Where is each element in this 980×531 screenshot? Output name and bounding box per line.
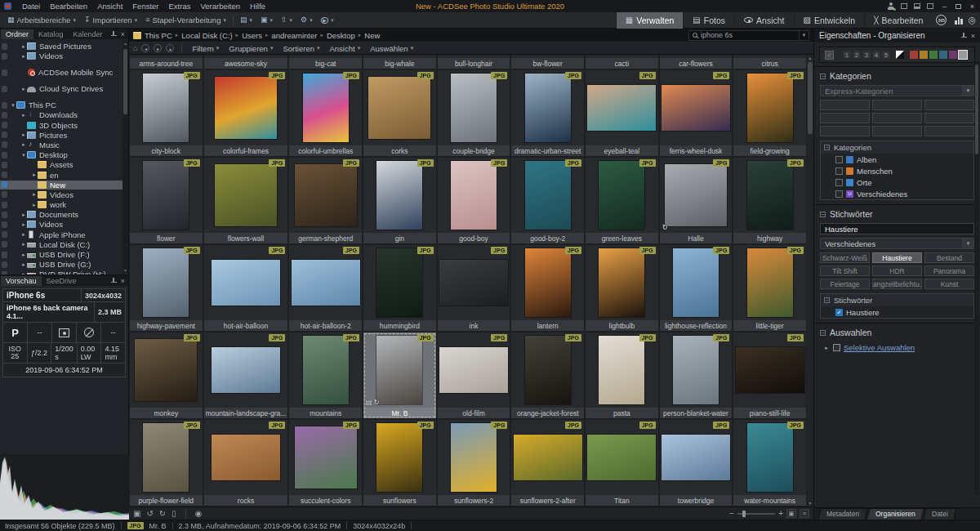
quick-access-marker[interactable] <box>2 181 7 188</box>
keyword-set-dropdown[interactable]: Verschiedenes ▼ <box>820 238 974 249</box>
sidebar-item-local-disk-c[interactable]: ▸Local Disk (C:) <box>0 240 128 249</box>
filter-sortieren[interactable]: Sortieren▾ <box>280 44 322 53</box>
photo-tile-orange-jacket-forest[interactable]: JPGorange-jacket-forest <box>511 332 584 418</box>
toolbar-importieren[interactable]: Importieren▾ <box>81 14 140 26</box>
photo-tile-dramatic-urban-street[interactable]: JPGdramatic-urban-street <box>511 70 584 156</box>
express-category-slot[interactable] <box>872 113 922 123</box>
expand-arrow-icon[interactable]: ▸ <box>20 53 27 60</box>
properties-scrollbar[interactable] <box>974 61 979 495</box>
photo-tile-mr-b[interactable]: JPG▤ ↻Mr. B <box>363 332 436 418</box>
sidebar-item-new[interactable]: New <box>0 181 128 190</box>
photo-tile-cut[interactable]: bull-longhair <box>438 55 510 69</box>
close-button[interactable]: × <box>968 2 977 11</box>
color-label-2[interactable] <box>920 51 928 59</box>
quick-access-marker[interactable] <box>2 202 7 208</box>
rating-4[interactable]: 4 <box>872 51 880 59</box>
account-icon[interactable] <box>887 2 894 10</box>
keyword-button-bestand[interactable]: Bestand <box>924 252 974 263</box>
quick-access-marker[interactable] <box>2 221 7 228</box>
photo-tile-good-boy[interactable]: JPGgood-boy <box>438 158 510 243</box>
zoom-in-icon[interactable]: + <box>778 509 783 519</box>
photo-tile-hot-air-balloon[interactable]: JPGhot-air-balloon <box>204 245 288 331</box>
preview-tab-vorschau[interactable]: Vorschau <box>1 276 42 286</box>
expand-arrow-icon[interactable]: ▸ <box>20 86 27 92</box>
crumb-local-disk-c[interactable]: Local Disk (C:) <box>181 31 232 40</box>
photo-tile-corks[interactable]: JPGcorks <box>363 70 436 156</box>
photo-tile-old-film[interactable]: JPGold-film <box>438 332 510 418</box>
express-category-slot[interactable] <box>820 100 870 110</box>
photo-tile-city-block[interactable]: JPGcity-block <box>130 70 203 156</box>
restore-button[interactable] <box>956 4 961 9</box>
photo-tile-lighthouse-reflection[interactable]: JPGlighthouse-reflection <box>660 245 733 331</box>
boxes-button[interactable]: ▾ <box>257 15 276 25</box>
category-checkbox[interactable] <box>835 179 843 186</box>
category-alben[interactable]: Alben <box>821 154 973 165</box>
expand-arrow-icon[interactable]: ▸ <box>20 112 27 118</box>
photo-tile-cut[interactable]: citrus <box>733 55 806 69</box>
preview-toggle-icon[interactable]: ▣ <box>786 509 796 518</box>
toolbar-stapel-verarbeitung[interactable]: Stapel-Verarbeitung▾ <box>142 14 229 26</box>
express-category-slot[interactable] <box>820 126 870 136</box>
photo-tile-cut[interactable]: awesome-sky <box>204 55 288 69</box>
grid-scroll-thumb[interactable] <box>808 62 813 134</box>
keyword-button-panorama[interactable]: Panorama <box>924 266 974 276</box>
photo-tile-couple-bridge[interactable]: JPGcouple-bridge <box>438 70 510 156</box>
acdsee-365-icon[interactable]: 365 <box>936 15 947 25</box>
sidebar-item-downloads[interactable]: ▸Downloads <box>0 110 128 119</box>
express-category-slot[interactable] <box>820 113 870 123</box>
playc-button[interactable]: ▾ <box>318 15 337 26</box>
sidebar-item-videos[interactable]: ▸Videos <box>0 220 128 229</box>
mode-bearbeiten[interactable]: Bearbeiten <box>864 12 932 29</box>
expand-arrow-icon[interactable]: ▸ <box>20 212 27 218</box>
photo-tile-mountains[interactable]: JPGmountains <box>289 332 362 418</box>
grid-scroll-down-icon[interactable]: ▼ <box>808 500 813 506</box>
search-box[interactable]: iphone 6s ▼ <box>688 30 809 41</box>
photo-tile-lightbulb[interactable]: JPGlightbulb <box>586 245 658 331</box>
menu-extras[interactable]: Extras <box>164 2 196 11</box>
sidebar-item-pictures[interactable]: ▸Pictures <box>0 131 128 140</box>
expand-arrow-icon[interactable]: ▸ <box>31 172 38 178</box>
photo-tile-halle[interactable]: JPG↻Halle <box>660 158 733 243</box>
rotate-cw-icon[interactable]: ↻ <box>159 509 166 519</box>
expand-arrow-icon[interactable]: ▸ <box>20 141 27 148</box>
zoom-slider-thumb[interactable] <box>742 511 746 517</box>
category-checkbox[interactable] <box>835 190 843 198</box>
quick-access-marker[interactable] <box>2 86 7 92</box>
rating-1[interactable]: 1 <box>843 51 851 59</box>
photo-tile-hot-air-balloon-2[interactable]: JPGhot-air-balloon-2 <box>289 245 362 331</box>
crumb-users[interactable]: Users <box>242 31 262 40</box>
photo-tile-piano-still-life[interactable]: JPGpiano-still-life <box>733 332 806 418</box>
sync-status-icon[interactable]: ◉ <box>195 509 203 519</box>
sidebar-item-dvd-rw-drive-h[interactable]: ▸DVD RW Drive (H:) <box>0 270 128 274</box>
photo-tile-highway[interactable]: JPGhighway <box>733 158 806 243</box>
quick-access-marker[interactable] <box>2 172 7 178</box>
crumb-andreaminter[interactable]: andreaminter <box>271 31 317 40</box>
tab-organisieren[interactable]: Organisieren <box>866 508 924 520</box>
pin-icon[interactable] <box>111 31 117 38</box>
layout-toggle-2-icon[interactable] <box>914 3 920 9</box>
sidebar-item-usb-drive-g[interactable]: ▸USB Drive (G:) <box>0 260 128 269</box>
photo-tile-good-boy-2[interactable]: JPGgood-boy-2 <box>511 158 584 243</box>
sidebar-item-apple-iphone[interactable]: ▸Apple iPhone <box>0 230 128 239</box>
sidebar-item-usb-drive-f[interactable]: ▸USB Drive (F:) <box>0 250 128 259</box>
quick-access-marker[interactable] <box>2 132 7 138</box>
expand-arrow-icon[interactable]: ▸ <box>31 202 38 208</box>
mode-fotos[interactable]: Fotos <box>683 12 734 29</box>
express-category-slot[interactable] <box>872 126 922 136</box>
sidebar-item-documents[interactable]: ▸Documents <box>0 210 128 219</box>
expand-arrow-icon[interactable]: ▸ <box>20 261 27 268</box>
quick-access-marker[interactable] <box>2 162 7 168</box>
quick-access-marker[interactable] <box>2 241 7 248</box>
close-pane-icon[interactable]: × <box>121 31 125 38</box>
search-input[interactable]: iphone 6s <box>701 31 795 39</box>
forward-icon[interactable]: ▸ <box>154 44 162 52</box>
collapse-arrow-icon[interactable]: ▾ <box>10 102 16 109</box>
expand-arrow-icon[interactable]: ▸ <box>20 271 27 274</box>
photo-tile-colorful-umbrellas[interactable]: JPGcolorful-umbrellas <box>289 70 362 156</box>
photo-tile-towerbridge[interactable]: JPGtowerbridge <box>660 420 733 506</box>
tab-datei[interactable]: Datei <box>923 508 956 520</box>
crumb-desktop[interactable]: Desktop <box>327 31 355 40</box>
properties-close-icon[interactable]: × <box>971 33 975 39</box>
preview-tab-seedrive[interactable]: SeeDrive <box>42 276 82 286</box>
sidebar-item-desktop[interactable]: ▾Desktop <box>0 150 128 159</box>
